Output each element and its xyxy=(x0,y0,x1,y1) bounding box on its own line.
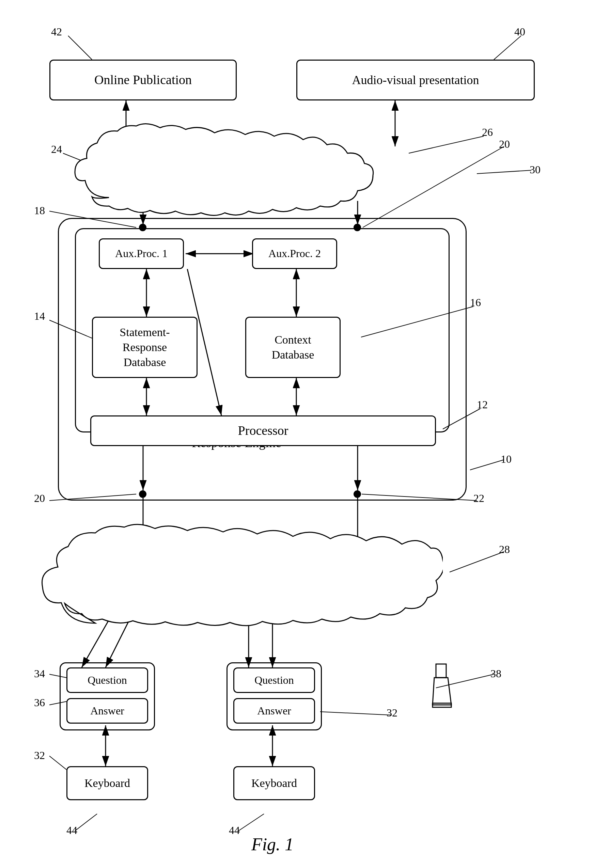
dot-22 xyxy=(353,490,361,498)
ref-24: 24 xyxy=(51,143,62,156)
aux-proc-2-box: Aux.Proc. 2 xyxy=(252,238,337,269)
svg-line-35 xyxy=(449,552,504,572)
svg-line-41 xyxy=(75,814,97,831)
ref-18: 18 xyxy=(34,204,45,217)
svg-line-22 xyxy=(68,36,92,60)
svg-line-32 xyxy=(470,460,504,470)
dot-20-top xyxy=(353,224,361,231)
processor-box: Processor xyxy=(90,415,436,446)
svg-line-39 xyxy=(49,756,66,770)
fig-label: Fig. 1 xyxy=(204,834,341,855)
ref-14: 14 xyxy=(34,310,45,322)
ref-36: 36 xyxy=(34,696,45,709)
keyboard-right-box: Keyboard xyxy=(233,766,315,800)
ref-32-right: 32 xyxy=(387,707,397,719)
ref-40: 40 xyxy=(514,25,525,38)
svg-line-28 xyxy=(363,146,504,227)
svg-line-25 xyxy=(409,136,484,153)
left-terminal-box xyxy=(60,662,155,731)
aux-proc-1-box: Aux.Proc. 1 xyxy=(99,238,184,269)
ref-10: 10 xyxy=(501,453,511,465)
ref-44-left: 44 xyxy=(66,824,77,837)
ref-32-left: 32 xyxy=(34,749,45,762)
ref-20-left: 20 xyxy=(34,492,45,505)
ref-20-top: 20 xyxy=(499,138,510,151)
diagram: 42 40 30 26 24 18 20 16 14 12 10 20 22 2… xyxy=(0,0,594,868)
svg-line-23 xyxy=(494,36,521,60)
upper-cloud xyxy=(68,123,375,218)
dot-18 xyxy=(139,224,146,231)
ref-38: 38 xyxy=(491,667,501,680)
svg-line-40 xyxy=(320,712,392,715)
phone-icon xyxy=(415,661,477,708)
right-terminal-box xyxy=(226,662,322,731)
ref-22: 22 xyxy=(473,492,484,505)
ref-42: 42 xyxy=(51,25,62,38)
keyboard-left-box: Keyboard xyxy=(66,766,148,800)
statement-response-db-box: Statement- Response Database xyxy=(92,317,198,378)
ref-16: 16 xyxy=(470,296,481,309)
ref-26: 26 xyxy=(482,126,493,139)
ref-34: 34 xyxy=(34,667,45,680)
svg-line-24 xyxy=(477,170,531,174)
ref-30: 30 xyxy=(530,164,541,176)
ref-12: 12 xyxy=(477,399,488,411)
ref-28: 28 xyxy=(499,543,510,556)
lower-cloud xyxy=(34,521,443,640)
online-publication-box: Online Publication xyxy=(49,60,237,100)
context-database-box: Context Database xyxy=(245,317,341,378)
audio-visual-box: Audio-visual presentation xyxy=(296,60,535,100)
svg-line-42 xyxy=(238,814,264,831)
dot-20-left xyxy=(139,490,146,498)
